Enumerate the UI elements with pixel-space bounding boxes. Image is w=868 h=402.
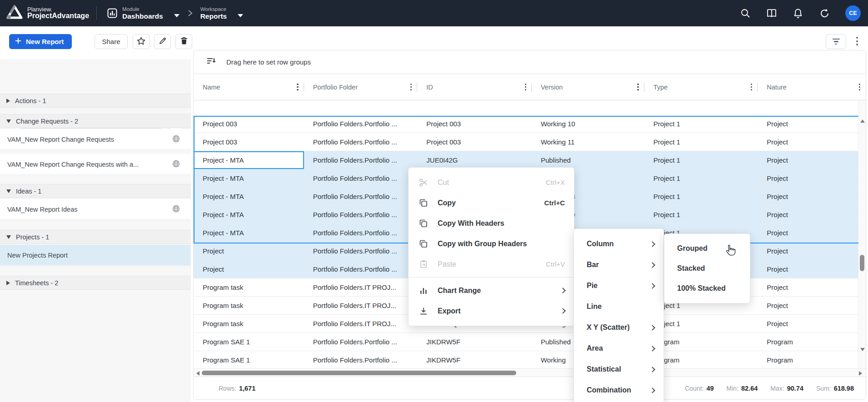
avatar[interactable]: CE xyxy=(845,5,861,21)
planview-logo-icon xyxy=(6,5,23,21)
caret-down-icon[interactable] xyxy=(174,14,180,17)
submenu-item-stacked[interactable]: Stacked xyxy=(664,258,750,278)
copy-icon xyxy=(418,219,429,228)
book-icon[interactable] xyxy=(766,8,777,19)
table-row-partial[interactable] xyxy=(194,100,866,115)
submenu-item-statistical[interactable]: Statistical xyxy=(574,359,663,380)
column-menu-kebab-icon[interactable] xyxy=(751,84,752,90)
paste-icon xyxy=(418,260,429,269)
workspace-label: Workspace xyxy=(200,6,227,12)
group-label: Timesheets - 2 xyxy=(15,279,58,287)
trash-icon xyxy=(180,37,188,46)
filter-button[interactable] xyxy=(826,34,846,49)
edit-button[interactable] xyxy=(154,34,171,49)
table-row[interactable]: Program SAE 1Portfolio Folders.Portfolio… xyxy=(194,351,866,368)
sidebar-group-projects[interactable]: Projects - 1 xyxy=(0,230,191,244)
column-header-type[interactable]: Type xyxy=(644,74,758,100)
submenu-item-100-stacked[interactable]: 100% Stacked xyxy=(664,278,750,298)
column-header-portfolio-folder[interactable]: Portfolio Folder xyxy=(304,74,418,100)
scroll-left-icon[interactable] xyxy=(196,371,200,376)
column-menu-kebab-icon[interactable] xyxy=(297,84,298,90)
submenu-item-grouped[interactable]: Grouped xyxy=(664,238,750,258)
bell-icon[interactable] xyxy=(793,8,803,19)
submenu-item-area[interactable]: Area xyxy=(574,338,663,359)
more-options-kebab-icon[interactable] xyxy=(856,37,858,45)
column-menu-kebab-icon[interactable] xyxy=(525,84,526,90)
submenu-item-pie[interactable]: Pie xyxy=(574,275,663,296)
breadcrumb-workspace[interactable]: Workspace Reports xyxy=(200,6,244,20)
column-header-id[interactable]: ID xyxy=(417,74,532,100)
delete-button[interactable] xyxy=(175,34,192,49)
scroll-down-icon[interactable] xyxy=(860,348,865,351)
sidebar-item-report[interactable]: VAM_New Report Ideas xyxy=(0,199,191,220)
sidebar-item-report[interactable]: VAM_New Report Change Requests xyxy=(0,129,191,150)
table-row[interactable]: Program SAE 1Portfolio Folders.Portfolio… xyxy=(194,333,866,351)
group-label: Ideas - 1 xyxy=(16,188,41,195)
breadcrumb-module[interactable]: Module Dashboards xyxy=(107,6,180,20)
column-header-version[interactable]: Version xyxy=(532,74,644,100)
table-row[interactable]: Project 003Portfolio Folders.Portfolio .… xyxy=(194,133,866,151)
brand-bottom: ProjectAdvantage xyxy=(27,12,89,20)
scroll-right-icon[interactable] xyxy=(859,371,862,376)
menu-item-copy-with-headers[interactable]: Copy With Headers xyxy=(409,213,574,233)
brand: Planview. ProjectAdvantage xyxy=(0,5,89,21)
vertical-scrollbar[interactable] xyxy=(858,100,866,368)
sidebar-group-ideas[interactable]: Ideas - 1 xyxy=(0,184,191,198)
workspace-value: Reports xyxy=(200,12,227,20)
star-icon xyxy=(137,37,145,46)
column-header-nature[interactable]: Nature xyxy=(758,74,866,100)
module-label: Module xyxy=(122,6,163,12)
stat-max: Max:90.74 xyxy=(770,385,803,392)
triangle-down-icon xyxy=(6,119,11,123)
row-group-dropzone[interactable]: Drag here to set row groups xyxy=(194,50,866,74)
column-menu-kebab-icon[interactable] xyxy=(859,84,860,90)
sidebar-item-report[interactable]: VAM_New Report Change Requests with a... xyxy=(0,154,191,175)
submenu-item-column[interactable]: Column xyxy=(574,233,663,254)
focused-cell[interactable]: Project - MTA xyxy=(194,151,304,169)
refresh-icon[interactable] xyxy=(819,8,830,19)
submenu-item-combination[interactable]: Combination xyxy=(574,380,663,401)
submenu-chevron-icon xyxy=(649,283,655,289)
column-menu-kebab-icon[interactable] xyxy=(410,84,412,90)
download-icon xyxy=(418,307,429,316)
column-menu-kebab-icon[interactable] xyxy=(637,84,639,90)
stat-min: Min:82.64 xyxy=(727,385,758,392)
submenu-item-bar[interactable]: Bar xyxy=(574,254,663,275)
submenu-item-line[interactable]: Line xyxy=(574,296,663,317)
chart-icon xyxy=(418,286,429,295)
column-header-name[interactable]: Name xyxy=(194,74,304,100)
module-value: Dashboards xyxy=(122,12,163,20)
horizontal-scroll-thumb[interactable] xyxy=(202,371,516,375)
sidebar-group-timesheets[interactable]: Timesheets - 2 xyxy=(0,276,191,290)
triangle-down-icon xyxy=(6,189,11,193)
menu-item-chart-range[interactable]: Chart Range xyxy=(409,280,574,301)
caret-down-icon[interactable] xyxy=(238,14,243,17)
item-label: VAM_New Report Ideas xyxy=(7,206,77,213)
group-label: Change Requests - 2 xyxy=(16,118,78,125)
menu-item-copy-with-group-headers[interactable]: Copy with Group Headers xyxy=(409,233,574,254)
rows-count: Rows:1,671 xyxy=(219,385,255,392)
menu-item-export[interactable]: Export xyxy=(409,301,574,321)
group-label: Projects - 1 xyxy=(16,233,49,241)
favorite-button[interactable] xyxy=(133,34,150,49)
menu-item-copy[interactable]: Copy Ctrl+C xyxy=(409,193,574,213)
copy-icon xyxy=(418,199,429,208)
menu-item-cut[interactable]: Cut Ctrl+X xyxy=(409,172,574,193)
item-label: VAM_New Report Change Requests with a... xyxy=(7,161,139,168)
submenu-chevron-icon xyxy=(649,262,655,268)
search-icon[interactable] xyxy=(740,8,751,19)
menu-divider xyxy=(409,277,574,278)
sidebar-item-report-selected[interactable]: New Projects Report xyxy=(0,245,191,266)
menu-item-paste[interactable]: Paste Ctrl+V xyxy=(409,254,574,274)
vertical-scroll-thumb[interactable] xyxy=(860,255,864,271)
submenu-item-xy-scatter[interactable]: X Y (Scatter) xyxy=(574,317,663,338)
share-button[interactable]: Share xyxy=(95,34,128,49)
item-label: VAM_New Report Change Requests xyxy=(7,136,114,143)
table-row[interactable]: Project 003Portfolio Folders.Portfolio .… xyxy=(194,115,866,133)
sidebar-group-actions[interactable]: Actions - 1 xyxy=(0,94,191,108)
table-row-selected[interactable]: Project - MTAPortfolio Folders.Portfolio… xyxy=(194,151,866,169)
horizontal-scrollbar[interactable] xyxy=(194,368,866,377)
scroll-up-icon[interactable] xyxy=(860,119,865,123)
new-report-button[interactable]: New Report xyxy=(9,34,72,49)
sidebar-group-change-requests[interactable]: Change Requests - 2 xyxy=(0,114,191,128)
